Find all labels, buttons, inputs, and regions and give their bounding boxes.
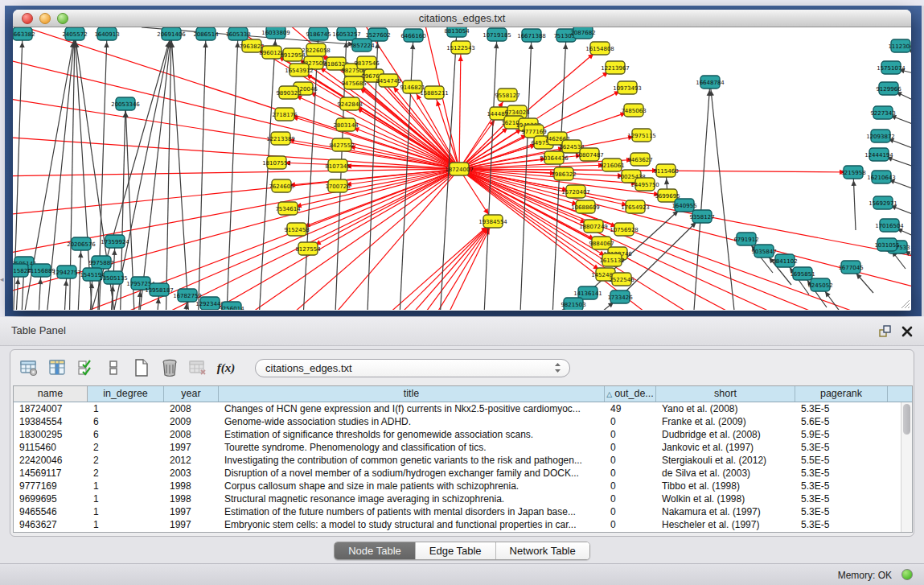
column-header-name[interactable]: name [14, 386, 88, 402]
tab-network-table[interactable]: Network Table [496, 542, 589, 559]
table-row[interactable]: 911546021997Tourette syndrome. Phenomeno… [14, 441, 901, 454]
graph-node[interactable]: 12975115 [627, 129, 656, 142]
graph-edge[interactable] [459, 169, 911, 293]
graph-node[interactable]: 1695851 [790, 267, 815, 280]
graph-node[interactable]: 8454749 [376, 74, 400, 87]
graph-edge[interactable] [258, 32, 276, 310]
graph-node[interactable]: 2718176 [272, 108, 298, 121]
window-minimize-button[interactable] [39, 13, 51, 24]
graph-node[interactable]: 1615132 [599, 253, 624, 266]
graph-node[interactable]: 9227343 [870, 106, 895, 119]
table-row[interactable]: 977716911998Corpus callosum shape and si… [14, 480, 901, 492]
graph-node[interactable]: 1112304 [888, 39, 911, 52]
new-table-icon[interactable] [131, 357, 152, 378]
graph-node[interactable]: 16154808 [585, 42, 614, 55]
graph-edge[interactable] [13, 169, 459, 216]
table-row[interactable]: 946554611997Estimation of the future num… [14, 505, 901, 518]
graph-node[interactable]: 2087682 [570, 27, 595, 39]
graph-node[interactable]: 9216061 [599, 159, 624, 171]
graph-node[interactable]: 7624605 [269, 179, 294, 192]
column-header-short[interactable]: short [656, 386, 795, 402]
graph-node[interactable]: 6466160 [400, 29, 425, 42]
graph-edge[interactable] [171, 34, 190, 310]
graph-node[interactable]: 23226058 [302, 43, 331, 56]
graph-edge[interactable] [288, 169, 459, 208]
graph-node[interactable]: 1663382 [13, 27, 35, 40]
graph-node[interactable]: 1733426 [607, 290, 633, 303]
graph-node[interactable]: 16671388 [517, 29, 546, 42]
graph-node[interactable]: 8813054 [444, 27, 470, 37]
graph-node[interactable]: 17654923 [621, 200, 650, 213]
graph-node[interactable]: 8127554 [295, 242, 321, 255]
graph-node[interactable]: 2405572 [62, 27, 87, 40]
graph-node[interactable]: 1640955 [671, 199, 696, 212]
function-builder-icon[interactable]: f(x) [216, 357, 236, 378]
graph-node[interactable]: 8107345 [325, 159, 350, 172]
column-header-title[interactable]: title [219, 386, 605, 402]
window-resize-grip[interactable] [899, 298, 910, 309]
graph-node[interactable]: 7485063 [621, 104, 646, 117]
close-panel-icon[interactable] [900, 324, 914, 339]
column-header-pagerank[interactable]: pagerank [795, 386, 888, 402]
graph-node[interactable]: 9115460 [653, 164, 678, 177]
network-svg[interactable]: 1872400779638228960128891295423226058982… [13, 27, 911, 310]
graph-node[interactable]: 6791912 [733, 233, 758, 245]
table-row[interactable]: 1456911722003Disruption of a novel membe… [14, 467, 901, 480]
graph-node[interactable]: 9475685 [341, 76, 366, 89]
graph-node[interactable]: 9129966 [876, 82, 901, 95]
graph-node[interactable]: 20691406 [157, 27, 186, 40]
table-source-dropdown[interactable]: citations_edges.txt [255, 359, 570, 377]
window-close-button[interactable] [22, 13, 33, 24]
row-height-icon[interactable] [103, 357, 124, 378]
graph-node[interactable]: 3215958 [840, 166, 865, 179]
table-vertical-scrollbar[interactable] [901, 402, 912, 532]
graph-node[interactable]: 9242848 [337, 97, 362, 110]
graph-node[interactable]: 10719185 [483, 28, 511, 41]
graph-node[interactable]: 20206576 [67, 237, 96, 250]
panel-collapse-handle[interactable]: ◂ [0, 274, 6, 285]
scrollbar-thumb[interactable] [903, 404, 910, 435]
table-row[interactable]: 969969511998Structural magnetic resonanc… [14, 492, 901, 505]
graph-node[interactable]: 7857224 [349, 39, 375, 51]
select-columns-icon[interactable] [75, 357, 96, 378]
table-options-icon[interactable] [18, 357, 39, 378]
graph-node[interactable]: 15122543 [446, 41, 475, 54]
graph-node[interactable]: 9890323 [276, 86, 301, 99]
graph-node[interactable]: 7534614 [275, 202, 301, 215]
graph-node[interactable]: 2522546 [609, 273, 634, 286]
graph-edge[interactable] [367, 221, 493, 310]
graph-node[interactable]: 2086514 [193, 27, 219, 40]
graph-edge[interactable] [109, 34, 171, 310]
column-header-in_degree[interactable]: in_degree [88, 386, 164, 402]
graph-node[interactable]: 1605338 [225, 27, 250, 40]
delete-rows-trash-icon[interactable] [159, 357, 180, 378]
graph-node[interactable]: 9256014 [219, 302, 244, 310]
graph-node[interactable]: 9837546 [354, 56, 380, 69]
graph-node[interactable]: 9463627 [627, 153, 652, 166]
show-columns-icon[interactable] [47, 357, 68, 378]
graph-node[interactable]: 2803144 [333, 118, 359, 131]
column-header-year[interactable]: year [164, 386, 219, 402]
window-titlebar[interactable]: citations_edges.txt [13, 10, 911, 27]
graph-node[interactable]: 15751074 [877, 61, 906, 74]
table-row[interactable]: 2242004622012Investigating the contribut… [14, 454, 901, 467]
graph-edge[interactable] [459, 165, 612, 169]
graph-node[interactable]: 18107552 [262, 156, 291, 169]
graph-node[interactable]: 9841102 [772, 254, 797, 267]
graph-node[interactable]: 9152458 [284, 223, 309, 236]
table-row[interactable]: 1938455462009Genome-wide association stu… [14, 415, 901, 428]
graph-node[interactable]: 9035847 [751, 245, 776, 257]
graph-edge[interactable] [270, 169, 459, 310]
graph-edge[interactable] [410, 221, 493, 310]
graph-node[interactable]: 1031055 [874, 238, 899, 251]
graph-node[interactable]: 12942757 [52, 266, 81, 278]
tab-node-table[interactable]: Node Table [335, 542, 416, 559]
graph-node[interactable]: 9358127 [689, 210, 714, 223]
graph-node[interactable]: 20053346 [111, 97, 140, 110]
graph-node[interactable]: 7986322 [551, 167, 576, 180]
graph-node[interactable]: 9975887 [88, 256, 113, 269]
graph-node[interactable]: 9186745 [306, 27, 331, 40]
graph-node[interactable]: 16648784 [696, 76, 725, 89]
delete-table-icon[interactable] [187, 357, 208, 378]
graph-node[interactable]: 12213967 [601, 61, 630, 74]
